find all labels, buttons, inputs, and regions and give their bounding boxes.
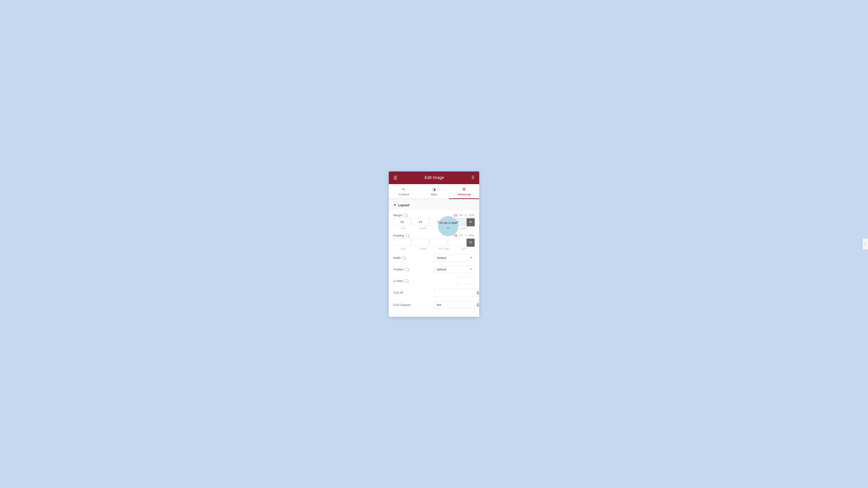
svg-point-3: [477, 303, 479, 304]
margin-top-input[interactable]: 23: [393, 218, 411, 226]
margin-unit-rem[interactable]: REM: [468, 214, 475, 217]
position-field-row: Position Default Absolute Fixed Relative: [393, 266, 475, 273]
padding-right-input[interactable]: [412, 238, 429, 246]
margin-label: Margin: [393, 214, 407, 217]
css-id-field-row: CSS ID: [393, 289, 475, 297]
css-classes-db-button[interactable]: [477, 301, 479, 309]
width-label-text: Width: [393, 256, 401, 260]
padding-bottom-label: BOTTOM: [434, 248, 454, 250]
css-classes-input[interactable]: hint: [434, 301, 477, 308]
margin-right-input[interactable]: 23: [412, 218, 429, 226]
padding-right-label: RIGHT: [414, 248, 433, 250]
advanced-tab-icon: ⚙: [462, 187, 466, 192]
css-classes-field-row: CSS Classes hint: [393, 301, 475, 309]
margin-right-cell: 23: [412, 218, 429, 226]
margin-responsive-icon[interactable]: [404, 214, 407, 217]
css-id-label-text: CSS ID: [393, 291, 403, 294]
layout-section-title: Layout: [398, 203, 409, 207]
tooltip-bubble: PX EM % REM ↔: [438, 216, 458, 236]
tab-style[interactable]: ◑ Style: [419, 184, 449, 199]
css-classes-input-group: hint: [434, 301, 475, 309]
tab-advanced-label: Advanced: [458, 193, 471, 196]
content-area: ▼ Layout Margin PX EM % REM: [389, 199, 479, 317]
menu-icon[interactable]: ☰: [393, 175, 397, 181]
tooltip-unit-rem[interactable]: REM: [452, 222, 457, 224]
svg-point-2: [477, 291, 479, 292]
padding-right-cell: [412, 238, 429, 247]
width-responsive-icon[interactable]: [402, 256, 406, 259]
z-index-input[interactable]: [457, 277, 475, 285]
sidebar-toggle-button[interactable]: ‹: [863, 238, 868, 250]
padding-left-label: LEFT: [454, 248, 474, 250]
grid-icon[interactable]: ⠿: [471, 175, 475, 181]
padding-left-cell: [448, 238, 466, 247]
margin-top-cell: 23: [393, 218, 411, 226]
margin-field-row: Margin PX EM % REM 23: [393, 214, 475, 230]
css-id-db-button[interactable]: [477, 289, 479, 297]
margin-top-label: TOP: [393, 227, 413, 230]
z-index-label: Z-Index: [393, 279, 408, 283]
tab-content[interactable]: ✏ Content: [389, 184, 419, 199]
tab-advanced[interactable]: ⚙ Advanced: [449, 184, 479, 199]
style-tab-icon: ◑: [432, 187, 436, 192]
tooltip-unit-percent[interactable]: %: [448, 222, 451, 224]
padding-unit-rem[interactable]: REM: [468, 234, 475, 237]
padding-bottom-input[interactable]: [430, 238, 447, 246]
padding-top-cell: [393, 238, 411, 247]
position-responsive-icon[interactable]: [405, 268, 409, 271]
tooltip-unit-px[interactable]: PX: [439, 222, 443, 224]
position-label: Position: [393, 268, 409, 271]
content-tab-icon: ✏: [402, 187, 405, 192]
css-id-label: CSS ID: [393, 291, 403, 294]
padding-bottom-cell: [430, 238, 447, 247]
padding-field-row: Padding PX EM % REM: [393, 234, 475, 250]
tab-content-label: Content: [399, 193, 409, 196]
padding-label: Padding: [393, 234, 409, 237]
width-select[interactable]: Default Full Width Inline Custom: [434, 254, 475, 262]
padding-unit-em[interactable]: EM: [459, 234, 463, 237]
margin-unit-percent[interactable]: %: [464, 214, 467, 217]
margin-unit-em[interactable]: EM: [459, 214, 463, 217]
margin-label-text: Margin: [393, 214, 402, 217]
padding-input-labels: TOP RIGHT BOTTOM LEFT: [393, 248, 475, 250]
margin-label-row: Margin PX EM % REM: [393, 214, 475, 217]
tooltip-overlay: PX EM % REM ↔: [438, 216, 458, 236]
panel-title: Edit Image: [425, 175, 444, 180]
layout-section-header: ▼ Layout: [389, 199, 479, 210]
width-label: Width: [393, 256, 406, 260]
z-index-field-row: Z-Index: [393, 277, 475, 285]
css-id-input[interactable]: [434, 289, 477, 296]
css-id-input-group: [434, 289, 475, 297]
layout-form: Margin PX EM % REM 23: [389, 210, 479, 317]
tab-bar: ✏ Content ◑ Style ⚙ Advanced: [389, 184, 479, 199]
width-field-row: Width Default Full Width Inline Custom: [393, 254, 475, 262]
padding-input-grid: [393, 238, 475, 247]
css-classes-label-text: CSS Classes: [393, 303, 411, 306]
margin-right-label: RIGHT: [414, 227, 433, 230]
position-label-text: Position: [393, 268, 404, 271]
padding-label-row: Padding PX EM % REM: [393, 234, 475, 237]
z-index-label-text: Z-Index: [393, 279, 403, 283]
margin-grid-wrapper: 23 23 23 23: [393, 218, 475, 230]
padding-responsive-icon[interactable]: [405, 234, 409, 237]
sidebar-toggle-icon: ‹: [865, 242, 866, 246]
padding-top-label: TOP: [393, 248, 413, 250]
tooltip-unit-row: PX EM % REM: [439, 222, 457, 224]
z-index-responsive-icon[interactable]: [405, 280, 408, 282]
padding-top-input[interactable]: [393, 238, 411, 246]
panel-header: ☰ Edit Image ⠿: [389, 171, 479, 184]
padding-left-input[interactable]: [448, 238, 466, 246]
margin-link-button[interactable]: [467, 218, 475, 226]
margin-input-labels: TOP RIGHT BOTTOM LEFT: [393, 227, 475, 230]
padding-unit-percent[interactable]: %: [464, 234, 467, 237]
padding-label-text: Padding: [393, 234, 404, 237]
tab-style-label: Style: [431, 193, 437, 196]
position-select[interactable]: Default Absolute Fixed Relative: [434, 266, 475, 273]
section-chevron-icon[interactable]: ▼: [393, 203, 397, 207]
css-classes-label: CSS Classes: [393, 303, 411, 306]
padding-link-button[interactable]: [467, 238, 475, 247]
tooltip-arrow-icon: ↔: [446, 225, 451, 230]
margin-input-grid: 23 23 23 23: [393, 218, 475, 226]
tooltip-unit-em[interactable]: EM: [444, 222, 447, 224]
